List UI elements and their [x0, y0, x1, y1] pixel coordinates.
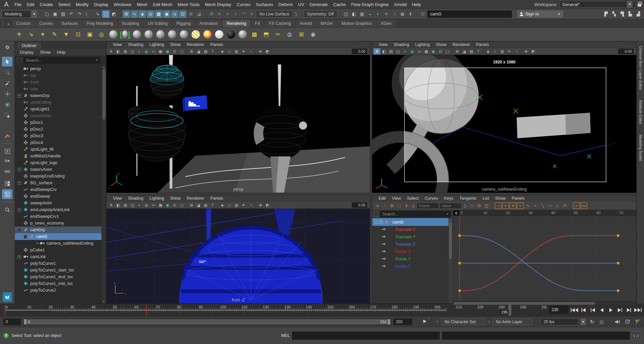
viewport-menu-view[interactable]: View — [376, 42, 391, 47]
outliner-row[interactable]: pDisc1 — [15, 119, 106, 126]
vp-toolbar-icon[interactable]: ▭ — [150, 48, 157, 54]
mesh-display-toggle[interactable] — [2, 146, 12, 156]
construction-history-icon[interactable]: ↺ — [208, 10, 215, 18]
select-by-hierarchy-icon[interactable]: ↳ — [94, 10, 101, 18]
viewport-menu-panels[interactable]: Panels — [473, 42, 492, 47]
viewport-menu-renderer[interactable]: Renderer — [184, 196, 207, 201]
graph-toolbar-icon[interactable]: ⊞ — [388, 202, 395, 209]
vp-toolbar-icon[interactable]: ◪ — [461, 48, 468, 54]
graph-node-row[interactable]: −+camG — [372, 218, 453, 226]
viewport-menu-lighting[interactable]: Lighting — [146, 42, 167, 47]
grid-layout-a[interactable] — [2, 157, 12, 167]
viewport-menu-show[interactable]: Show — [167, 42, 184, 47]
viewport-menu-renderer[interactable]: Renderer — [184, 42, 207, 47]
graph-menu-keys[interactable]: Keys — [441, 196, 457, 201]
outliner-scrollbar[interactable]: ▲▼ — [101, 65, 106, 304]
layout-single-icon[interactable]: ▛ — [602, 10, 610, 18]
current-frame-indicator[interactable] — [508, 305, 511, 315]
sign-in-button[interactable]: Sign In▼ — [517, 10, 563, 18]
persp-viewport-content[interactable]: x y persp — [106, 55, 370, 193]
shelf-tab-rigging[interactable]: Rigging — [172, 20, 195, 28]
vp-toolbar-icon[interactable]: ▧ — [468, 48, 475, 54]
viewport-menu-view[interactable]: View — [110, 196, 125, 201]
vp-toolbar-icon[interactable]: ✛ — [240, 48, 247, 54]
graph-toolbar-icon[interactable]: ⫶ — [381, 202, 388, 209]
auto-keyframe-icon[interactable] — [633, 318, 641, 326]
graph-toolbar-icon[interactable]: ∿ — [524, 202, 531, 209]
vp-toolbar-icon[interactable]: ◐ — [136, 202, 143, 208]
outliner-row[interactable]: polyToCurve1_end_loc — [15, 274, 106, 280]
no-live-surface-field[interactable]: No Live Surface — [256, 10, 293, 18]
paint-select-tool[interactable] — [2, 78, 12, 88]
graph-toolbar-icon[interactable]: ≈ — [532, 202, 539, 209]
go-to-start-button[interactable] — [570, 306, 578, 314]
outliner-row[interactable]: top — [15, 72, 106, 79]
ball-lambert-icon[interactable] — [143, 30, 154, 40]
timeline-grip[interactable] — [0, 304, 5, 316]
vp-toolbar-icon[interactable]: ◍ — [143, 202, 150, 208]
lasso-select-tool[interactable] — [2, 67, 12, 77]
timeline-ruler[interactable]: 0102030405060708090100110120130140150160… — [5, 305, 547, 315]
render-current-frame-icon[interactable]: ◧ — [350, 10, 358, 18]
make-object-live-icon[interactable]: ◉ — [163, 10, 170, 18]
snap-to-projected-center-icon[interactable]: ◎ — [147, 10, 154, 18]
outliner-row[interactable]: side — [15, 86, 106, 92]
shelf-tab-xgen[interactable]: XGen — [377, 20, 395, 28]
light-editor-icon[interactable]: ☀ — [383, 10, 390, 18]
menubar-item-modify[interactable]: Modify — [73, 1, 91, 8]
expander-icon[interactable]: + — [17, 94, 21, 98]
graph-toolbar-icon[interactable]: ◫ — [483, 202, 490, 209]
graph-menu-panels[interactable]: Panels — [509, 196, 527, 201]
outliner-row[interactable]: +BG_surface — [15, 180, 106, 186]
open-scene-icon[interactable]: ▣ — [51, 10, 59, 18]
current-time-field[interactable]: 235 — [549, 306, 568, 314]
collapse-icon[interactable]: − — [374, 220, 378, 224]
graph-toolbar-icon[interactable]: A — [495, 202, 502, 209]
expander-icon[interactable]: − — [17, 228, 21, 232]
mel-label[interactable]: MEL — [281, 333, 290, 338]
outliner-row[interactable]: softMod1Handle — [15, 153, 106, 159]
vp-toolbar-icon[interactable]: ◩ — [264, 202, 271, 208]
snap-together-icon[interactable]: ⊡ — [179, 10, 186, 18]
vp-toolbar-icon[interactable]: ◩ — [264, 48, 271, 54]
vp-toolbar-icon[interactable]: ⊞ — [188, 48, 195, 54]
outliner-row[interactable]: endSweep — [15, 193, 106, 200]
graph-toolbar-icon[interactable]: ╲ — [539, 202, 546, 209]
vp-toolbar-icon[interactable]: ◫ — [395, 48, 401, 54]
vp-toolbar-icon[interactable]: ◈ — [485, 48, 491, 54]
outliner-row[interactable]: +towersGrp — [15, 92, 106, 99]
vp-toolbar-icon[interactable]: ▦ — [423, 48, 430, 54]
pencil-spot-light-icon[interactable]: ✎ — [49, 30, 59, 40]
graph-menu-edit[interactable]: Edit — [376, 196, 389, 201]
menubar-item-windows[interactable]: Windows — [111, 1, 134, 8]
viewport-menu-lighting[interactable]: Lighting — [146, 196, 167, 201]
outliner-row[interactable]: polyToCurve1_mid_loc — [15, 280, 106, 287]
graph-channel-row[interactable]: Rotate Z — [372, 263, 453, 270]
vp-toolbar-icon[interactable]: ◉ — [430, 48, 437, 54]
vp-toolbar-icon[interactable]: ✛ — [506, 48, 513, 54]
vp-toolbar-icon[interactable]: ✛ — [240, 202, 247, 208]
viewport-menu-shading[interactable]: Shading — [391, 42, 412, 47]
pause-viewport-icon[interactable]: ‖ — [407, 10, 414, 18]
graph-toolbar-icon[interactable]: in — [573, 202, 580, 209]
chevron-down-icon[interactable]: ▽ — [436, 320, 439, 324]
shelf-menu-icon[interactable]: ≡ — [7, 22, 9, 26]
select-tool[interactable] — [2, 57, 12, 66]
selection-name-input[interactable]: camG — [427, 10, 512, 18]
shelf-tab-motion-graphics[interactable]: Motion Graphics — [337, 20, 376, 28]
graph-toolbar-icon[interactable]: ⌐ — [554, 202, 561, 209]
outliner-row[interactable]: pDisc2 — [15, 126, 106, 133]
vp-toolbar-icon[interactable]: ◉ — [164, 48, 171, 54]
menubar-item-flow-graph-engine[interactable]: Flow Graph Engine — [348, 1, 391, 8]
chevron-down-icon[interactable]: ▼ — [95, 59, 98, 62]
graph-toolbar-icon[interactable]: C — [517, 202, 524, 209]
layout-menu-icon[interactable]: ▟ — [635, 10, 642, 18]
mel-input[interactable] — [292, 332, 440, 340]
highlight-selection-icon[interactable]: ◪ — [195, 10, 203, 18]
keyframe[interactable] — [617, 235, 619, 237]
graph-toolbar-icon[interactable]: ⇥ — [374, 202, 380, 209]
ball-striped-icon[interactable] — [190, 30, 201, 40]
hypershade-icon[interactable]: ◐ — [375, 10, 382, 18]
layout-persp-outliner-icon[interactable]: ▜ — [618, 10, 626, 18]
play-backwards-button[interactable] — [598, 306, 606, 314]
